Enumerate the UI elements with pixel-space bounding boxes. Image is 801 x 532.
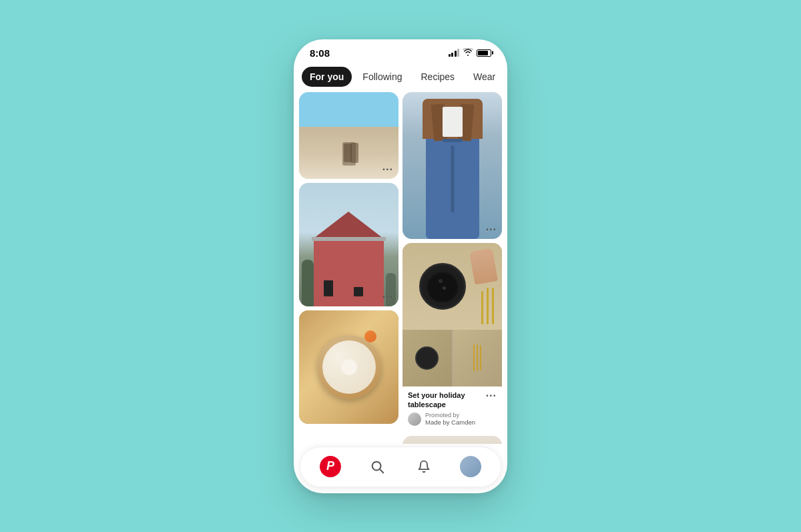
pin-card-house[interactable]: ··· [299, 183, 398, 306]
pin-image-tableware-top [403, 243, 502, 330]
column-right: ··· [403, 92, 502, 444]
more-options-house[interactable]: ··· [382, 292, 393, 302]
status-bar: 8:08 [294, 39, 507, 63]
nav-home[interactable]: P [317, 453, 344, 480]
pin-grid: ··· [299, 92, 502, 444]
content-area: ··· [294, 92, 507, 444]
pin-card-beach[interactable]: ··· [299, 92, 398, 179]
nav-notifications[interactable] [411, 453, 437, 480]
pin-image-pie [299, 310, 398, 424]
pinterest-p-letter: P [326, 459, 334, 473]
tab-recipes[interactable]: Recipes [413, 67, 463, 87]
phone-frame: 8:08 For you Following Recipes Wear [294, 39, 507, 493]
pinterest-logo: P [320, 456, 341, 477]
status-icons [449, 48, 492, 58]
pin-card-tableware[interactable]: ··· Set your holiday tablescape Promoted… [403, 243, 502, 433]
search-icon [370, 459, 384, 474]
status-time: 8:08 [310, 47, 330, 59]
promoted-label: Promoted by [425, 412, 475, 419]
pin-card-pie[interactable] [299, 310, 398, 424]
tab-for-you[interactable]: For you [302, 67, 352, 87]
promoted-info: Promoted by Made by Camden [408, 412, 497, 427]
pin-card-fashion[interactable]: ··· [403, 92, 502, 239]
signal-icon [449, 49, 460, 57]
bottom-nav: P [300, 447, 501, 487]
tab-wear[interactable]: Wear [465, 67, 503, 87]
bell-icon [417, 460, 431, 473]
pin-title-tableware: Set your holiday tablescape [408, 390, 497, 410]
pin-image-fashion [403, 92, 502, 239]
nav-profile[interactable] [457, 453, 484, 480]
tab-bar: For you Following Recipes Wear [294, 63, 507, 92]
battery-icon [477, 49, 491, 57]
more-options-fashion[interactable]: ··· [486, 224, 497, 235]
column-left: ··· [299, 92, 398, 444]
pin-image-tableware-bottom [403, 330, 502, 386]
wifi-icon [463, 48, 473, 58]
pin-card-room[interactable] [403, 436, 502, 443]
pin-info-tableware: ··· Set your holiday tablescape Promoted… [403, 386, 502, 433]
more-options-tableware[interactable]: ··· [486, 390, 497, 401]
promoted-by: Made by Camden [425, 419, 475, 427]
promoted-text-block: Promoted by Made by Camden [425, 412, 475, 427]
tab-following[interactable]: Following [354, 67, 410, 87]
nav-search[interactable] [364, 453, 390, 480]
more-options-beach[interactable]: ··· [382, 164, 393, 175]
pin-image-house [299, 183, 398, 306]
promoted-avatar [408, 413, 421, 426]
pin-image-room [403, 436, 502, 443]
svg-line-1 [380, 469, 383, 473]
profile-avatar [460, 456, 481, 477]
